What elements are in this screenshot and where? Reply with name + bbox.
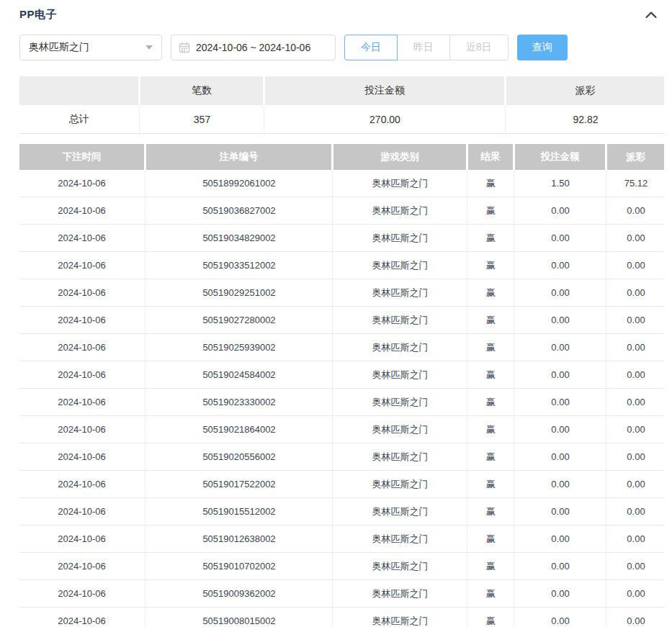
cell-result: 赢 [467,197,513,224]
cell-bet-time: 2024-10-06 [19,389,144,415]
cell-bet-time: 2024-10-06 [19,608,144,627]
cell-result: 赢 [467,334,513,361]
cell-result: 赢 [467,252,513,279]
table-row: 2024-10-0650519012638002奥林匹斯之门赢0.000.00 [19,525,664,553]
cell-order-number: 50519025939002 [145,334,331,361]
cell-bet-amount: 0.00 [514,389,605,415]
cell-payout: 0.00 [606,334,664,361]
cell-bet-time: 2024-10-06 [19,416,144,443]
page-title: PP电子 [19,8,57,22]
table-row: 2024-10-0650519027280002奥林匹斯之门赢0.000.00 [19,307,664,334]
table-row: 2024-10-0650519010702002奥林匹斯之门赢0.000.00 [19,553,664,580]
cell-payout: 0.00 [606,580,664,607]
cell-bet-amount: 0.00 [514,225,605,251]
table-row: 2024-10-0650519020556002奥林匹斯之门赢0.000.00 [19,443,664,471]
cell-bet-time: 2024-10-06 [19,553,144,579]
cell-game-category: 奥林匹斯之门 [332,307,466,333]
cell-order-number: 50519029251002 [145,279,331,306]
cell-bet-amount: 0.00 [514,443,605,470]
last8days-button[interactable]: 近8日 [449,35,509,60]
cell-bet-time: 2024-10-06 [19,197,144,224]
summary-header-row: 笔数 投注金额 派彩 [19,76,664,105]
table-row: 2024-10-0650519023330002奥林匹斯之门赢0.000.00 [19,389,664,416]
cell-order-number: 50519023330002 [145,389,331,415]
bets-table-header: 下注时间 注单编号 游戏类别 结果 投注金额 派彩 [19,144,664,170]
cell-result: 赢 [467,443,513,470]
cell-bet-time: 2024-10-06 [19,361,144,388]
cell-game-category: 奥林匹斯之门 [332,608,466,627]
summary-header-bet-amount: 投注金额 [265,76,504,105]
cell-order-number: 50519033512002 [145,252,331,279]
cell-bet-amount: 0.00 [514,580,605,607]
cell-bet-time: 2024-10-06 [19,225,144,251]
quick-date-button-group: 今日 昨日 近8日 [344,35,509,60]
panel-header: PP电子 [19,0,664,23]
cell-bet-amount: 0.00 [514,553,605,579]
table-row: 2024-10-0650519033512002奥林匹斯之门赢0.000.00 [19,252,664,279]
cell-bet-time: 2024-10-06 [19,525,144,552]
cell-bet-time: 2024-10-06 [19,252,144,279]
table-row: 2024-10-0650519015512002奥林匹斯之门赢0.000.00 [19,498,664,525]
summary-table: 笔数 投注金额 派彩 总计 357 270.00 92.82 [19,76,664,134]
table-row: 2024-10-0650519021864002奥林匹斯之门赢0.000.00 [19,416,664,443]
cell-payout: 0.00 [606,525,664,552]
cell-result: 赢 [467,307,513,333]
cell-result: 赢 [467,525,513,552]
cell-bet-amount: 0.00 [514,525,605,552]
summary-header-empty [19,76,138,105]
cell-payout: 0.00 [606,389,664,415]
cell-bet-time: 2024-10-06 [19,580,144,607]
summary-total-row: 总计 357 270.00 92.82 [19,105,664,134]
date-range-input[interactable]: 2024-10-06 ~ 2024-10-06 [171,35,336,60]
cell-payout: 0.00 [606,197,664,224]
cell-game-category: 奥林匹斯之门 [332,443,466,470]
cell-order-number: 50519020556002 [145,443,331,470]
pp-electronic-panel: PP电子 奥林匹斯之门 [0,0,672,627]
cell-game-category: 奥林匹斯之门 [332,389,466,415]
cell-game-category: 奥林匹斯之门 [332,471,466,497]
summary-total-bet-amount: 270.00 [264,105,504,134]
cell-bet-amount: 0.00 [514,197,605,224]
cell-result: 赢 [467,389,513,415]
cell-result: 赢 [467,580,513,607]
game-select[interactable]: 奥林匹斯之门 [19,35,162,60]
cell-game-category: 奥林匹斯之门 [332,252,466,279]
cell-payout: 0.00 [606,416,664,443]
game-select-value: 奥林匹斯之门 [29,41,89,54]
cell-game-category: 奥林匹斯之门 [332,279,466,306]
cell-order-number: 50519021864002 [145,416,331,443]
cell-payout: 0.00 [606,553,664,579]
cell-game-category: 奥林匹斯之门 [332,580,466,607]
summary-total-payout: 92.82 [505,105,664,134]
filter-bar: 奥林匹斯之门 2024-10-06 ~ 2024-10-06 [19,35,664,60]
collapse-button[interactable] [642,6,660,23]
cell-game-category: 奥林匹斯之门 [332,498,466,525]
cell-bet-time: 2024-10-06 [19,334,144,361]
search-button[interactable]: 查询 [517,35,568,60]
today-button[interactable]: 今日 [344,35,398,60]
cell-result: 赢 [467,553,513,579]
cell-payout: 0.00 [606,307,664,333]
table-row: 2024-10-0650519009362002奥林匹斯之门赢0.000.00 [19,580,664,608]
cell-order-number: 50519012638002 [145,525,331,552]
cell-result: 赢 [467,471,513,497]
cell-payout: 75.12 [606,170,664,197]
col-header-order-number: 注单编号 [146,144,331,170]
col-header-payout: 派彩 [607,144,664,170]
cell-payout: 0.00 [606,608,664,627]
cell-payout: 0.00 [606,279,664,306]
table-row: 2024-10-0650519025939002奥林匹斯之门赢0.000.00 [19,334,664,361]
table-row: 2024-10-0650519017522002奥林匹斯之门赢0.000.00 [19,471,664,498]
chevron-down-icon [145,45,153,50]
cell-payout: 0.00 [606,498,664,525]
cell-order-number: 50519015512002 [145,498,331,525]
chevron-up-icon [645,12,657,18]
summary-header-payout: 派彩 [506,76,664,105]
cell-result: 赢 [467,225,513,251]
yesterday-button[interactable]: 昨日 [397,35,450,60]
cell-bet-amount: 0.00 [514,279,605,306]
cell-result: 赢 [467,608,513,627]
cell-bet-time: 2024-10-06 [19,443,144,470]
cell-game-category: 奥林匹斯之门 [332,361,466,388]
cell-order-number: 50519017522002 [145,471,331,497]
